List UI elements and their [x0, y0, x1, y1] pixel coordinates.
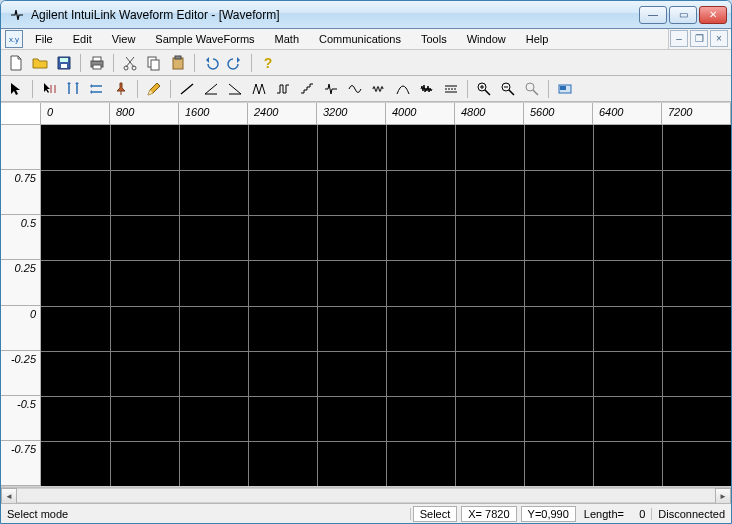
toolbar-separator	[113, 54, 114, 72]
grid-line-h	[41, 441, 731, 442]
menu-communications[interactable]: Communications	[309, 29, 411, 49]
print-icon[interactable]	[86, 52, 108, 74]
menu-math[interactable]: Math	[265, 29, 309, 49]
y-tick: 0	[1, 306, 40, 351]
curve-icon[interactable]	[392, 78, 414, 100]
new-file-icon[interactable]	[5, 52, 27, 74]
x-tick: 4000	[386, 103, 455, 124]
save-icon[interactable]	[53, 52, 75, 74]
svg-rect-3	[93, 57, 101, 61]
statusbar: Select mode Select X= 7820 Y=0,990 Lengt…	[1, 503, 731, 523]
xmarker-icon[interactable]	[62, 78, 84, 100]
svg-rect-16	[560, 86, 566, 90]
scroll-track[interactable]	[17, 488, 715, 503]
open-icon[interactable]	[29, 52, 51, 74]
scroll-right-button[interactable]: ►	[715, 488, 731, 504]
waveform-doc-icon[interactable]: x.y	[5, 30, 23, 48]
paste-icon[interactable]	[167, 52, 189, 74]
device-icon[interactable]	[554, 78, 576, 100]
menu-sample-waveforms[interactable]: Sample WaveForms	[145, 29, 264, 49]
status-mode: Select mode	[1, 508, 411, 520]
status-y: Y=0,990	[521, 506, 576, 522]
pulse-icon[interactable]	[320, 78, 342, 100]
zoom-reset-icon[interactable]	[521, 78, 543, 100]
line-icon[interactable]	[176, 78, 198, 100]
noise-icon[interactable]	[416, 78, 438, 100]
editor-content: 080016002400320040004800560064007200 0.7…	[1, 102, 731, 503]
pin-icon[interactable]	[110, 78, 132, 100]
menubar: x.y File Edit View Sample WaveForms Math…	[1, 29, 731, 50]
y-axis-header: 0.750.50.250-0.25-0.5-0.75	[1, 125, 41, 486]
drawing-toolbar	[1, 76, 731, 102]
pointer-icon[interactable]	[5, 78, 27, 100]
y-tick	[1, 125, 40, 170]
redo-icon[interactable]	[224, 52, 246, 74]
horizontal-scrollbar[interactable]: ◄ ►	[1, 487, 731, 503]
svg-rect-8	[151, 60, 159, 70]
ramp-down-icon[interactable]	[224, 78, 246, 100]
waveform-icon[interactable]	[368, 78, 390, 100]
sine-icon[interactable]	[344, 78, 366, 100]
mdi-minimize-button[interactable]: –	[670, 30, 688, 47]
zoom-in-icon[interactable]	[473, 78, 495, 100]
y-tick: -0.25	[1, 351, 40, 396]
svg-rect-0	[60, 58, 68, 62]
x-tick: 6400	[593, 103, 662, 124]
titlebar[interactable]: Agilent IntuiLink Waveform Editor - [Wav…	[1, 1, 731, 29]
app-window: Agilent IntuiLink Waveform Editor - [Wav…	[0, 0, 732, 524]
svg-rect-1	[61, 64, 67, 68]
y-tick: 0.5	[1, 215, 40, 260]
undo-icon[interactable]	[200, 52, 222, 74]
cut-icon[interactable]	[119, 52, 141, 74]
marker-select-icon[interactable]	[38, 78, 60, 100]
x-tick: 4800	[455, 103, 524, 124]
grid-line-h	[41, 396, 731, 397]
x-tick: 0	[41, 103, 110, 124]
menu-file[interactable]: File	[25, 29, 63, 49]
minimize-button[interactable]: —	[639, 6, 667, 24]
close-button[interactable]: ✕	[699, 6, 727, 24]
status-connection: Disconnected	[652, 508, 731, 520]
mdi-close-button[interactable]: ×	[710, 30, 728, 47]
square-icon[interactable]	[272, 78, 294, 100]
toolbar-separator	[80, 54, 81, 72]
toolbar-separator	[467, 80, 468, 98]
svg-rect-4	[93, 65, 101, 69]
dc-icon[interactable]	[440, 78, 462, 100]
svg-rect-9	[173, 58, 183, 69]
toolbar-separator	[548, 80, 549, 98]
pencil-icon[interactable]	[143, 78, 165, 100]
toolbar-separator	[170, 80, 171, 98]
standard-toolbar: ?	[1, 50, 731, 76]
svg-rect-10	[175, 56, 181, 59]
triangle-icon[interactable]	[248, 78, 270, 100]
ymarker-icon[interactable]	[86, 78, 108, 100]
menu-help[interactable]: Help	[516, 29, 559, 49]
menu-view[interactable]: View	[102, 29, 146, 49]
grid-line-h	[41, 260, 731, 261]
help-icon[interactable]: ?	[257, 52, 279, 74]
y-tick: 0.75	[1, 170, 40, 215]
grid-line-h	[41, 306, 731, 307]
app-icon	[9, 7, 25, 23]
waveform-grid: 080016002400320040004800560064007200 0.7…	[1, 103, 731, 487]
x-tick: 5600	[524, 103, 593, 124]
staircase-icon[interactable]	[296, 78, 318, 100]
menu-window[interactable]: Window	[457, 29, 516, 49]
scroll-left-button[interactable]: ◄	[1, 488, 17, 504]
y-tick: -0.5	[1, 396, 40, 441]
y-tick: -0.75	[1, 441, 40, 486]
maximize-button[interactable]: ▭	[669, 6, 697, 24]
toolbar-separator	[137, 80, 138, 98]
ramp-up-icon[interactable]	[200, 78, 222, 100]
menu-edit[interactable]: Edit	[63, 29, 102, 49]
window-title: Agilent IntuiLink Waveform Editor - [Wav…	[29, 8, 639, 22]
plot-area[interactable]	[41, 125, 731, 486]
copy-icon[interactable]	[143, 52, 165, 74]
menu-tools[interactable]: Tools	[411, 29, 457, 49]
zoom-out-icon[interactable]	[497, 78, 519, 100]
mdi-restore-button[interactable]: ❐	[690, 30, 708, 47]
axis-corner	[1, 103, 41, 125]
x-tick: 800	[110, 103, 179, 124]
y-tick: 0.25	[1, 260, 40, 305]
